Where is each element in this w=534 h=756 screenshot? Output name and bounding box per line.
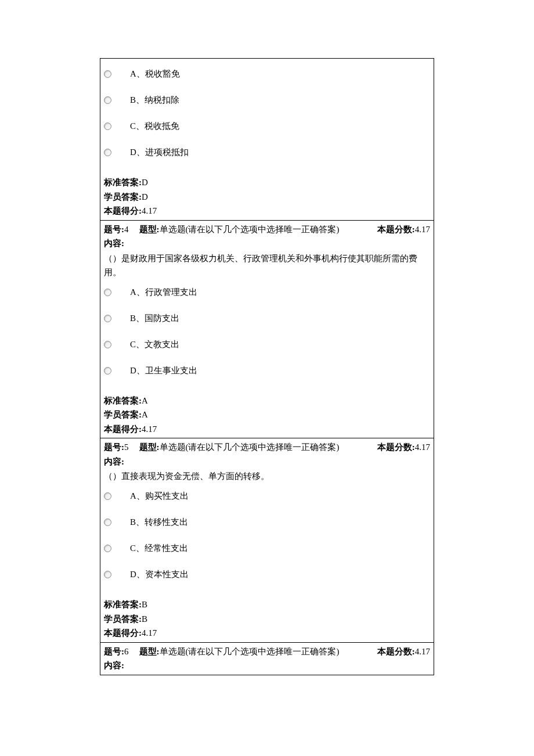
radio-icon[interactable]	[104, 70, 111, 78]
option-text: A、税收豁免	[130, 68, 180, 80]
content-label: 内容:	[104, 659, 430, 672]
score-obtained-value: 4.17	[142, 628, 157, 638]
radio-icon[interactable]	[104, 289, 111, 296]
score-obtained-value: 4.17	[142, 424, 157, 434]
option-text: D、进项税抵扣	[130, 146, 189, 159]
question-number-value: 5	[124, 442, 129, 452]
score-obtained-line: 本题得分:4.17	[104, 627, 430, 640]
question-number-label: 题号:	[104, 647, 124, 656]
option-text: B、转移性支出	[130, 516, 188, 528]
radio-icon[interactable]	[104, 149, 111, 156]
option-text: B、国防支出	[130, 312, 179, 325]
question-type-value: 单选题(请在以下几个选项中选择唯一正确答案)	[160, 647, 340, 656]
question-content: （）是财政用于国家各级权力机关、行政管理机关和外事机构行使其职能所需的费用。	[104, 251, 430, 279]
question-type-label: 题型:	[139, 647, 160, 656]
student-answer-value: B	[142, 614, 147, 624]
standard-answer-label: 标准答案:	[104, 600, 142, 609]
question-block: A、税收豁免 B、纳税扣除 C、税收抵免 D、进项税抵扣 标准答案:D 学员答案…	[100, 59, 434, 220]
option-text: C、文教支出	[130, 339, 179, 351]
option-row[interactable]: C、文教支出	[104, 332, 430, 358]
radio-icon[interactable]	[104, 96, 111, 104]
student-answer-label: 学员答案:	[104, 192, 142, 201]
question-number-value: 4	[124, 225, 129, 234]
question-score-value: 4.17	[415, 225, 430, 234]
content-label: 内容:	[104, 237, 430, 250]
radio-icon[interactable]	[104, 341, 111, 348]
option-text: A、购买性支出	[130, 490, 189, 502]
radio-icon[interactable]	[104, 545, 111, 552]
standard-answer-value: B	[142, 600, 147, 609]
question-number-value: 6	[124, 647, 129, 656]
standard-answer-value: A	[142, 396, 148, 405]
score-obtained-line: 本题得分:4.17	[104, 423, 430, 436]
radio-icon[interactable]	[104, 519, 111, 526]
option-row[interactable]: C、经常性支出	[104, 535, 430, 561]
standard-answer-label: 标准答案:	[104, 178, 142, 187]
question-number-label: 题号:	[104, 225, 124, 234]
question-block: 题号:5 题型:单选题(请在以下几个选项中选择唯一正确答案) 本题分数:4.17…	[100, 438, 434, 642]
radio-icon[interactable]	[104, 123, 111, 130]
option-text: D、资本性支出	[130, 568, 189, 581]
option-row[interactable]: C、税收抵免	[104, 113, 430, 139]
standard-answer-line: 标准答案:D	[104, 176, 430, 189]
question-content: （）直接表现为资金无偿、单方面的转移。	[104, 469, 430, 483]
score-obtained-label: 本题得分:	[104, 424, 142, 434]
question-header: 题号:4 题型:单选题(请在以下几个选项中选择唯一正确答案) 本题分数:4.17	[104, 223, 430, 236]
radio-icon[interactable]	[104, 571, 111, 578]
score-obtained-label: 本题得分:	[104, 206, 142, 215]
score-obtained-line: 本题得分:4.17	[104, 204, 430, 218]
question-score-value: 4.17	[415, 442, 430, 452]
question-block: 题号:6 题型:单选题(请在以下几个选项中选择唯一正确答案) 本题分数:4.17…	[100, 642, 434, 675]
question-header: 题号:5 题型:单选题(请在以下几个选项中选择唯一正确答案) 本题分数:4.17	[104, 441, 430, 454]
question-type-label: 题型:	[139, 442, 160, 452]
standard-answer-label: 标准答案:	[104, 396, 142, 405]
student-answer-line: 学员答案:A	[104, 408, 430, 422]
option-row[interactable]: D、进项税抵扣	[104, 139, 430, 165]
student-answer-label: 学员答案:	[104, 410, 142, 419]
option-row[interactable]: A、行政管理支出	[104, 279, 430, 305]
student-answer-line: 学员答案:B	[104, 613, 430, 626]
option-text: B、纳税扣除	[130, 94, 179, 106]
option-text: D、卫生事业支出	[130, 365, 197, 377]
student-answer-line: 学员答案:D	[104, 190, 430, 204]
option-row[interactable]: B、纳税扣除	[104, 87, 430, 113]
radio-icon[interactable]	[104, 367, 111, 375]
question-type-value: 单选题(请在以下几个选项中选择唯一正确答案)	[160, 225, 340, 234]
student-answer-value: A	[142, 410, 148, 419]
standard-answer-value: D	[142, 178, 148, 187]
document-container: A、税收豁免 B、纳税扣除 C、税收抵免 D、进项税抵扣 标准答案:D 学员答案…	[100, 58, 434, 675]
option-row[interactable]: D、卫生事业支出	[104, 358, 430, 384]
radio-icon[interactable]	[104, 492, 111, 500]
option-text: A、行政管理支出	[130, 286, 197, 298]
student-answer-value: D	[142, 192, 148, 201]
question-number-label: 题号:	[104, 442, 124, 452]
option-row[interactable]: B、国防支出	[104, 305, 430, 332]
score-obtained-label: 本题得分:	[104, 628, 142, 638]
standard-answer-line: 标准答案:A	[104, 394, 430, 408]
standard-answer-line: 标准答案:B	[104, 598, 430, 611]
question-header: 题号:6 题型:单选题(请在以下几个选项中选择唯一正确答案) 本题分数:4.17	[104, 645, 430, 658]
question-score-value: 4.17	[415, 647, 430, 656]
question-block: 题号:4 题型:单选题(请在以下几个选项中选择唯一正确答案) 本题分数:4.17…	[100, 220, 434, 438]
option-row[interactable]: D、资本性支出	[104, 561, 430, 588]
question-score-label: 本题分数:	[377, 225, 415, 234]
question-type-value: 单选题(请在以下几个选项中选择唯一正确答案)	[160, 442, 340, 452]
score-obtained-value: 4.17	[142, 206, 157, 215]
question-type-label: 题型:	[139, 225, 160, 234]
content-label: 内容:	[104, 455, 430, 469]
radio-icon[interactable]	[104, 315, 111, 322]
option-row[interactable]: B、转移性支出	[104, 509, 430, 535]
option-text: C、经常性支出	[130, 542, 188, 555]
question-score-label: 本题分数:	[377, 442, 415, 452]
question-score-label: 本题分数:	[377, 647, 415, 656]
option-text: C、税收抵免	[130, 120, 179, 132]
option-row[interactable]: A、税收豁免	[104, 61, 430, 87]
option-row[interactable]: A、购买性支出	[104, 483, 430, 509]
student-answer-label: 学员答案:	[104, 614, 142, 624]
